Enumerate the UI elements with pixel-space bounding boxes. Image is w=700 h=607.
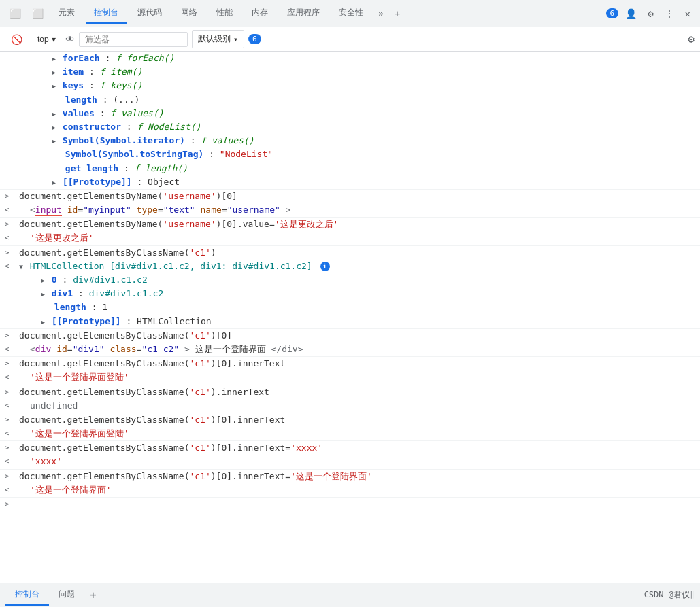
bottom-tabs: 控制台 问题 + CSDN @君仪∥ [0,583,700,607]
close-icon[interactable]: ✕ [681,4,695,23]
more-tabs-icon[interactable]: » [374,5,388,21]
expand-icon[interactable] [52,68,56,77]
prompt-caret-icon: > [0,498,14,509]
console-input-line: > document.getElementsByClassName('c1').… [0,385,700,399]
list-item: get length : f length() [0,162,700,175]
expand-icon[interactable] [52,123,56,133]
tab-console[interactable]: 控制台 [86,3,127,24]
console-input-line: > document.getElementsByClassName('c1')[… [0,328,700,343]
list-item: 0 : div#div1.c1.c2 [0,273,700,287]
expand-icon[interactable] [41,317,45,327]
filter-icon[interactable]: 👁 [65,34,75,45]
output-arrow-icon: < [0,260,14,271]
list-item: Symbol(Symbol.iterator) : f values() [0,134,700,148]
bottom-tab-console[interactable]: 控制台 [5,585,49,606]
filter-input[interactable] [79,32,188,47]
console-input-line: > document.getElementsByClassName('c1')[… [0,356,700,370]
list-item: [[Prototype]] : HTMLCollection [0,315,700,328]
output-arrow-icon: < [0,232,14,243]
top-toolbar: ⬜ ⬜ 元素 控制台 源代码 网络 性能 内存 应用程序 安全性 » + 6 👤… [0,0,700,27]
output-arrow-icon: < [0,204,14,215]
console-input-line: > document.getElementsByName('username')… [0,217,700,231]
tab-network[interactable]: 网络 [173,3,205,24]
input-prompt-icon: > [0,414,14,425]
expand-icon[interactable] [52,82,56,91]
input-prompt-icon: > [0,470,14,481]
add-panel-button[interactable]: + [84,585,102,606]
console-output-line: < '这是更改之后' [0,231,700,245]
tab-performance[interactable]: 性能 [208,3,241,24]
device-icon[interactable]: ⬜ [5,4,25,23]
output-arrow-icon: < [0,484,14,495]
output-arrow-icon: < [0,428,14,438]
console-output-line: < 'xxxx' [0,455,700,468]
console-output-line: < '这是一个登陆界面登陆' [0,427,700,440]
level-dropdown-icon: ▾ [233,35,238,44]
line-gutter [0,52,14,53]
branding-text: CSDN @君仪∥ [644,589,695,601]
input-prompt-icon: > [0,190,14,201]
list-item: constructor : f NodeList() [0,120,700,134]
list-item: length : 1 [0,300,700,314]
input-prompt-icon: > [0,218,14,229]
console-output-line: < HTMLCollection [div#div1.c1.c2, div1: … [0,260,700,273]
console-output-line: < undefined [0,399,700,413]
console-area: forEach : f forEach() item : f item() ke… [0,52,700,583]
expand-icon[interactable] [52,109,56,119]
level-label: 默认级别 [198,33,231,45]
console-input-line: > document.getElementsByClassName('c1')[… [0,413,700,427]
context-selector[interactable]: top ▾ [32,32,61,47]
console-input-line: > document.getElementsByClassName('c1') [0,245,700,260]
input-prompt-icon: > [0,358,14,368]
console-input-line: > document.getElementsByClassName('c1')[… [0,440,700,455]
expand-icon[interactable] [52,178,56,188]
clear-console-button[interactable]: 🚫 [5,31,28,48]
add-tab-icon[interactable]: + [390,4,404,23]
expand-icon[interactable] [52,137,56,146]
output-arrow-icon: < [0,400,14,411]
expand-icon[interactable] [52,54,56,64]
level-select[interactable]: 默认级别 ▾ [192,30,244,48]
bottom-tab-issues[interactable]: 问题 [49,585,84,606]
inspect-icon[interactable]: ⬜ [28,4,48,23]
input-prompt-icon: > [0,442,14,453]
output-arrow-icon: < [0,455,14,466]
list-item: values : f values() [0,107,700,120]
console-output-line: < '这是一个登陆界面' [0,483,700,497]
user-icon[interactable]: 👤 [621,4,641,23]
console-input-line: > document.getElementsByClassName('c1')[… [0,469,700,483]
list-item: forEach : f forEach() [0,52,700,65]
info-icon[interactable]: i [320,262,330,271]
list-item: length : (...) [0,93,700,107]
tab-memory[interactable]: 内存 [244,3,276,24]
tab-sources[interactable]: 源代码 [129,3,170,24]
expand-icon[interactable] [41,290,45,299]
input-prompt-icon: > [0,330,14,341]
console-message-count: 6 [248,34,261,44]
output-arrow-icon: < [0,343,14,354]
console-output-line: < <input id="myinput" type="text" name="… [0,203,700,217]
settings-icon[interactable]: ⚙ [644,4,657,23]
input-prompt-icon: > [0,386,14,397]
console-settings-icon[interactable]: ⚙ [688,33,695,46]
list-item: [[Prototype]] : Object [0,175,700,189]
list-item: Symbol(Symbol.toStringTag) : "NodeList" [0,148,700,161]
tab-security[interactable]: 安全性 [331,3,371,24]
message-badge: 6 [606,8,619,18]
more-options-icon[interactable]: ⋮ [661,4,678,23]
expand-icon[interactable] [41,276,45,285]
tab-elements[interactable]: 元素 [50,3,83,24]
second-toolbar: 🚫 top ▾ 👁 默认级别 ▾ 6 ⚙ [0,27,700,52]
output-arrow-icon: < [0,371,14,382]
list-item: item : f item() [0,65,700,79]
console-prompt-line[interactable]: > [0,497,700,511]
tab-application[interactable]: 应用程序 [279,3,328,24]
console-output-line: < <div id="div1" class="c1 c2" > 这是一个登陆界… [0,343,700,356]
console-input-line: > document.getElementsByName('username')… [0,189,700,203]
expand-collection-icon[interactable] [19,262,23,272]
context-label: top [37,35,49,44]
list-item: keys : f keys() [0,79,700,92]
console-output-line: < '这是一个登陆界面登陆' [0,370,700,384]
list-item: div1 : div#div1.c1.c2 [0,287,700,300]
input-prompt-icon: > [0,247,14,258]
